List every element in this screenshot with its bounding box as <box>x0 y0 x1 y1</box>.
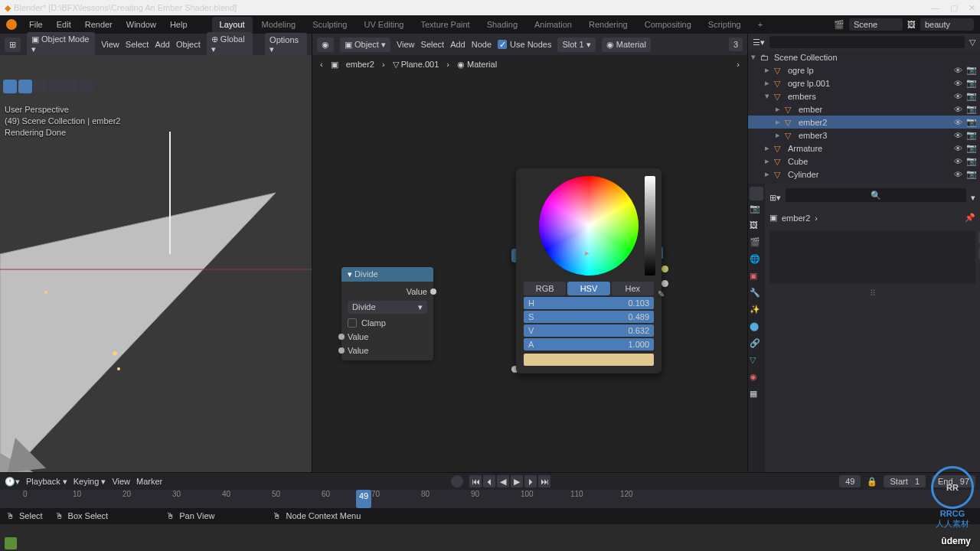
tab-compositing[interactable]: Compositing <box>637 17 699 32</box>
outliner-item[interactable]: ▸▽Armature👁📷 <box>748 142 980 155</box>
menu-render[interactable]: Render <box>79 17 119 32</box>
vp-menu-select[interactable]: Select <box>126 40 149 49</box>
pin-icon[interactable]: 📌 <box>965 213 975 223</box>
tab-shading[interactable]: Shading <box>479 17 525 32</box>
alpha-output-socket[interactable] <box>662 280 668 287</box>
prop-tab-scene[interactable]: 🎬 <box>750 237 763 251</box>
current-frame-field[interactable]: 49 <box>839 475 861 487</box>
drag-handle[interactable]: ⠿ <box>769 289 975 298</box>
outliner-item[interactable]: ▸▽ogre lp👁📷 <box>748 64 980 77</box>
close-button[interactable]: ✕ <box>969 3 975 13</box>
tab-modeling[interactable]: Modeling <box>254 17 304 32</box>
crumb-world-icon[interactable]: ▣ <box>331 60 338 70</box>
hue-field[interactable]: H0.103 <box>524 297 654 309</box>
eye-icon[interactable]: 👁 <box>952 170 963 179</box>
ne-menu-select[interactable]: Select <box>421 40 445 49</box>
tab-texture-paint[interactable]: Texture Paint <box>413 17 477 32</box>
val-field[interactable]: V0.632 <box>524 324 654 337</box>
menu-file[interactable]: File <box>23 17 49 32</box>
outliner-item[interactable]: ▸▽Cube👁📷 <box>748 155 980 168</box>
options-dropdown[interactable]: Options ▾ <box>265 33 307 57</box>
timeline-track[interactable]: 0102030405060708090100110120 49 <box>0 490 980 508</box>
pin-number[interactable]: 3 <box>729 37 743 51</box>
clamp-checkbox[interactable] <box>348 318 357 328</box>
prop-tab-output[interactable]: 📷 <box>750 204 763 217</box>
outliner-item[interactable]: ▸▽ember👁📷 <box>748 103 980 116</box>
outliner-item[interactable]: ▾▽embers👁📷 <box>748 90 980 103</box>
use-nodes-toggle[interactable]: ✓ Use Nodes <box>498 40 551 49</box>
start-frame-field[interactable]: Start 1 <box>884 475 926 487</box>
outliner-item[interactable]: ▸▽ember3👁📷 <box>748 129 980 142</box>
outliner-item[interactable]: ▸▽Cylinder👁📷 <box>748 168 980 181</box>
viewport-mesh[interactable] <box>0 55 312 472</box>
camera-icon[interactable]: 📷 <box>966 156 977 166</box>
tab-uv-editing[interactable]: UV Editing <box>356 17 411 32</box>
vp-menu-object[interactable]: Object <box>176 40 201 49</box>
eye-icon[interactable]: 👁 <box>952 66 963 75</box>
tab-hsv[interactable]: HSV <box>567 282 609 295</box>
maximize-button[interactable]: ▢ <box>950 3 958 13</box>
socket-in-2[interactable] <box>338 347 345 354</box>
alpha-field[interactable]: A1.000 <box>524 338 654 350</box>
divide-value1[interactable]: Value <box>348 332 368 341</box>
tab-add[interactable]: + <box>750 17 770 32</box>
tab-rgb[interactable]: RGB <box>524 282 566 295</box>
prop-tab-modifiers[interactable]: 🔧 <box>750 288 763 302</box>
prop-tab-physics[interactable]: ⬤ <box>750 321 763 335</box>
vp-menu-view[interactable]: View <box>101 40 119 49</box>
crumb-material[interactable]: ◉ Material <box>457 60 497 70</box>
camera-icon[interactable]: 📷 <box>966 65 977 75</box>
outliner-item[interactable]: ▸▽ember2👁📷 <box>748 116 980 129</box>
chevron-left-icon[interactable]: ‹ <box>320 60 323 69</box>
node-divide[interactable]: ▾ Divide Value Divide▾ Clamp Value Value <box>341 267 433 360</box>
menu-edit[interactable]: Edit <box>51 17 77 32</box>
tab-layout[interactable]: Layout <box>212 17 253 32</box>
divide-value2[interactable]: Value <box>348 346 368 355</box>
shader-mode-dropdown[interactable]: ▣ Object ▾ <box>340 37 390 52</box>
vp-menu-add[interactable]: Add <box>155 40 170 49</box>
eye-icon[interactable]: 👁 <box>952 131 963 140</box>
crumb-plane[interactable]: ▽ Plane.001 <box>393 60 439 70</box>
chevron-right-icon[interactable]: › <box>737 60 740 69</box>
keyframe-prev-button[interactable]: ⏴ <box>483 475 495 487</box>
camera-icon[interactable]: 📷 <box>966 78 977 88</box>
editor-type-outliner-button[interactable]: ☰▾ <box>753 37 765 47</box>
value-slider[interactable] <box>645 176 655 276</box>
eye-icon[interactable]: 👁 <box>952 118 963 127</box>
tab-sculpting[interactable]: Sculpting <box>305 17 354 32</box>
eye-icon[interactable]: 👁 <box>952 157 963 166</box>
minimize-button[interactable]: — <box>931 3 939 13</box>
jump-end-button[interactable]: ⏭ <box>538 475 550 487</box>
eye-icon[interactable]: 👁 <box>952 105 963 114</box>
editor-type-timeline-button[interactable]: 🕐▾ <box>5 477 20 487</box>
eye-icon[interactable]: 👁 <box>952 92 963 101</box>
props-object-name[interactable]: ember2 <box>782 214 810 223</box>
tl-marker[interactable]: Marker <box>136 477 162 486</box>
playhead[interactable]: 49 <box>356 490 371 508</box>
jump-start-button[interactable]: ⏮ <box>469 475 482 487</box>
outliner-root[interactable]: ▾🗀 Scene Collection <box>748 51 980 64</box>
camera-icon[interactable]: 📷 <box>966 130 977 140</box>
sat-field[interactable]: S0.489 <box>524 311 654 323</box>
play-rev-button[interactable]: ◀ <box>497 475 509 487</box>
eye-icon[interactable]: 👁 <box>952 79 963 88</box>
eyedropper-icon[interactable]: ✎ <box>658 289 665 299</box>
eye-icon[interactable]: 👁 <box>952 144 963 153</box>
tab-scripting[interactable]: Scripting <box>701 17 749 32</box>
tab-rendering[interactable]: Rendering <box>581 17 635 32</box>
tab-hex[interactable]: Hex <box>612 282 654 295</box>
color-output-socket[interactable] <box>662 266 668 272</box>
editor-type-shader-button[interactable]: ◉ <box>317 37 334 52</box>
camera-icon[interactable]: 📷 <box>966 91 977 101</box>
node-divide-header[interactable]: ▾ Divide <box>341 267 433 282</box>
editor-type-3dview-button[interactable]: ⊞ <box>5 37 21 52</box>
lock-icon[interactable]: 🔒 <box>867 477 877 487</box>
outliner-item[interactable]: ▸▽ogre lp.001👁📷 <box>748 77 980 90</box>
orientation-dropdown[interactable]: ⊕ Global ▾ <box>207 32 253 57</box>
chevron-down-icon[interactable]: ▾ <box>971 193 975 203</box>
crumb-ember2[interactable]: ember2 <box>346 60 374 69</box>
ne-menu-add[interactable]: Add <box>450 40 466 49</box>
object-mode-dropdown[interactable]: ▣ Object Mode ▾ <box>27 32 95 57</box>
material-list[interactable]: + − ▾ <box>769 230 975 284</box>
menu-help[interactable]: Help <box>164 17 194 32</box>
